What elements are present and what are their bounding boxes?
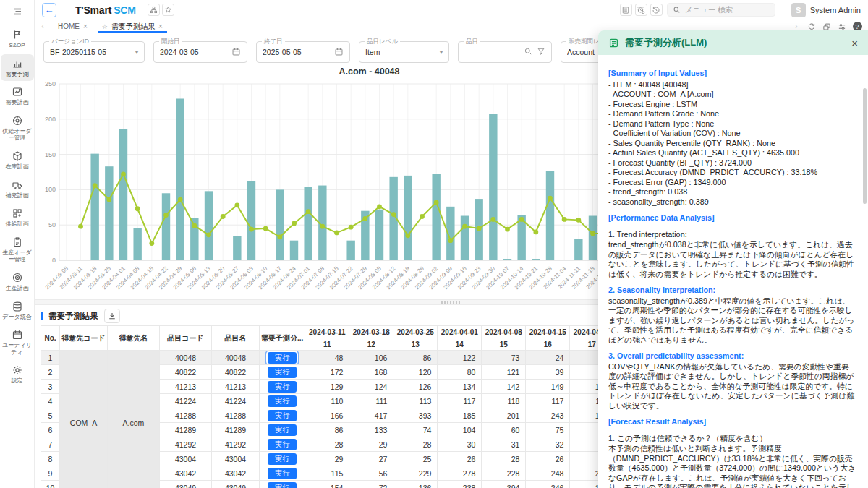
panel-scrollbar[interactable] bbox=[863, 88, 867, 204]
filter-品目[interactable]: 品目 bbox=[458, 41, 552, 63]
tab-close-icon[interactable]: × bbox=[158, 22, 163, 30]
panel-text: trend_strengthが0.038と非常に低い値を示しています。これは、過… bbox=[608, 240, 856, 279]
sidebar-item-production-order-mgmt[interactable]: 生産オーダー管理 bbox=[1, 233, 34, 267]
item-code-cell: 43049 bbox=[160, 481, 212, 488]
truck-icon bbox=[12, 179, 23, 191]
flag-icon bbox=[12, 29, 23, 40]
forecast-value-cell: 115 bbox=[305, 466, 349, 481]
close-icon[interactable]: × bbox=[851, 37, 858, 49]
filter-バージョンID[interactable]: バージョンIDBF-20250115-05▾ bbox=[43, 41, 145, 63]
table-row[interactable]: 1COM_AA.com4004840048実行4810686122732464 bbox=[41, 351, 614, 365]
app-logo: T'SmartSCM bbox=[75, 4, 136, 16]
download-button[interactable] bbox=[104, 309, 120, 323]
sidebar-item-supply-order-mgmt[interactable]: 供給オーダー管理 bbox=[1, 111, 34, 145]
panel-header: 需要予測分析(LLM) × bbox=[598, 30, 868, 55]
back-button[interactable]: ← bbox=[42, 3, 56, 17]
run-button[interactable]: 実行 bbox=[268, 395, 297, 407]
database-icon bbox=[12, 301, 23, 312]
run-button[interactable]: 実行 bbox=[268, 453, 297, 465]
forecast-value-cell: 393 bbox=[393, 408, 438, 423]
forecast-value-cell: 26 bbox=[526, 452, 570, 466]
filter-icon[interactable] bbox=[537, 47, 545, 57]
sidebar-item-inventory-plan[interactable]: 在庫計画 bbox=[1, 147, 34, 174]
sidebar-item-demand-plan[interactable]: 需要計画 bbox=[1, 82, 34, 110]
panel-text: - Forecast Error (GAP) : 1349.000 bbox=[608, 178, 856, 188]
star-icon-button[interactable] bbox=[162, 4, 174, 16]
sidebar-item-label: 供給オーダー管理 bbox=[1, 128, 33, 142]
gear-icon bbox=[12, 364, 23, 376]
item-name-cell: 41288 bbox=[212, 408, 260, 423]
history-icon-button[interactable] bbox=[650, 4, 663, 16]
sidebar-item-replenish-plan[interactable]: 補充計画 bbox=[1, 176, 34, 203]
forecast-value-cell: 31 bbox=[482, 437, 526, 452]
avatar[interactable]: S bbox=[791, 3, 806, 17]
panel-text: - ITEM : 40048 [40048] bbox=[608, 80, 856, 90]
item-code-cell: 41213 bbox=[160, 380, 212, 394]
forecast-value-cell: 27 bbox=[349, 452, 393, 466]
tab-HOME[interactable]: HOME× bbox=[51, 20, 95, 33]
sidebar-item-data-integration[interactable]: データ統合 bbox=[1, 297, 34, 325]
item-name-cell: 41292 bbox=[212, 437, 260, 452]
search-icon[interactable] bbox=[524, 47, 532, 57]
field-label: 終了日 bbox=[262, 38, 285, 46]
forecast-value-cell: 80 bbox=[438, 365, 482, 380]
sidebar-item-settings[interactable]: 設定 bbox=[1, 361, 34, 388]
week-column-header: 13 bbox=[393, 338, 438, 351]
doc-list-icon-button[interactable] bbox=[620, 4, 632, 16]
panel-text: [Summary of Input Values] bbox=[608, 69, 856, 79]
note-icon bbox=[608, 38, 619, 48]
forecast-value-cell: 185 bbox=[438, 408, 482, 423]
field-value: 2024-03-05 bbox=[160, 48, 199, 56]
run-button[interactable]: 実行 bbox=[268, 482, 297, 488]
sidebar-item-production-plan[interactable]: 生産計画 bbox=[1, 268, 34, 296]
sidebar-item-label: 供給計画 bbox=[6, 221, 29, 228]
run-button[interactable]: 実行 bbox=[268, 468, 297, 479]
run-button[interactable]: 実行 bbox=[268, 424, 297, 436]
menu-fold-icon[interactable] bbox=[12, 6, 23, 17]
run-button[interactable]: 実行 bbox=[268, 381, 297, 393]
tab-label: HOME bbox=[58, 22, 80, 30]
username: System Admin bbox=[810, 6, 861, 14]
sidebar-item-sop[interactable]: S&OP bbox=[1, 25, 34, 53]
sitemap-icon-button[interactable] bbox=[148, 4, 160, 16]
menu-search-input[interactable]: メニュー 検索 bbox=[667, 3, 775, 17]
run-button[interactable]: 実行 bbox=[268, 439, 297, 450]
forecast-value-cell: 104 bbox=[438, 423, 482, 437]
sidebar-item-label: ユーティリティ bbox=[1, 342, 33, 356]
forecast-value-cell: 121 bbox=[482, 365, 526, 380]
item-code-cell: 43042 bbox=[160, 466, 212, 481]
filter-開始日[interactable]: 開始日2024-03-05 bbox=[153, 41, 247, 63]
forecast-value-cell: 394 bbox=[482, 481, 526, 488]
run-button[interactable]: 実行 bbox=[268, 352, 297, 364]
tabs-scroll-left-icon[interactable]: ‹ bbox=[35, 20, 51, 33]
date-column-header: 2024-03-11 bbox=[305, 326, 349, 338]
forecast-value-cell: 154 bbox=[305, 481, 349, 488]
forecast-value-cell: 238 bbox=[438, 481, 482, 488]
svg-text:150: 150 bbox=[45, 151, 56, 158]
sidebar-item-supply-plan[interactable]: 供給計画 bbox=[1, 204, 34, 231]
item-name-cell: 41224 bbox=[212, 394, 260, 408]
field-value: BF-20250115-05 bbox=[50, 48, 106, 56]
filter-終了日[interactable]: 終了日2025-05-05 bbox=[256, 41, 350, 63]
run-button[interactable]: 実行 bbox=[268, 410, 297, 421]
sidebar-item-label: 需要予測 bbox=[6, 71, 29, 78]
run-button[interactable]: 実行 bbox=[268, 367, 297, 378]
tab-close-icon[interactable]: × bbox=[83, 22, 88, 30]
forecast-value-cell: 417 bbox=[349, 408, 393, 423]
panel-text: seasonality_strengthが0.389と中程度の値を示しています。… bbox=[608, 296, 856, 346]
svg-text:250: 250 bbox=[45, 80, 56, 87]
sidebar: S&OP需要予測需要計画供給オーダー管理在庫計画補充計画供給計画生産オーダー管理… bbox=[0, 0, 35, 488]
sidebar-item-label: データ統合 bbox=[2, 314, 31, 321]
week-column-header: 12 bbox=[349, 338, 393, 351]
account-code-cell: COM_A bbox=[60, 351, 108, 488]
sidebar-item-demand-forecast[interactable]: 需要予測 bbox=[1, 54, 34, 82]
field-label: バージョンID bbox=[49, 38, 91, 46]
filter-品目レベル[interactable]: 品目レベルItem▾ bbox=[359, 41, 449, 63]
llm-analysis-panel: 需要予測分析(LLM) × [Summary of Input Values]-… bbox=[598, 30, 868, 488]
sidebar-item-utility[interactable]: ユーティリティ bbox=[1, 325, 34, 359]
alarm-gear-icon-button[interactable] bbox=[635, 4, 647, 16]
tab-需要予測結果[interactable]: ☆需要予測結果× bbox=[95, 20, 170, 33]
forecast-value-cell: 28 bbox=[393, 437, 438, 452]
sidebar-item-label: 在庫計画 bbox=[6, 163, 29, 171]
panel-text: [Forecast Result Analysis] bbox=[608, 417, 856, 427]
